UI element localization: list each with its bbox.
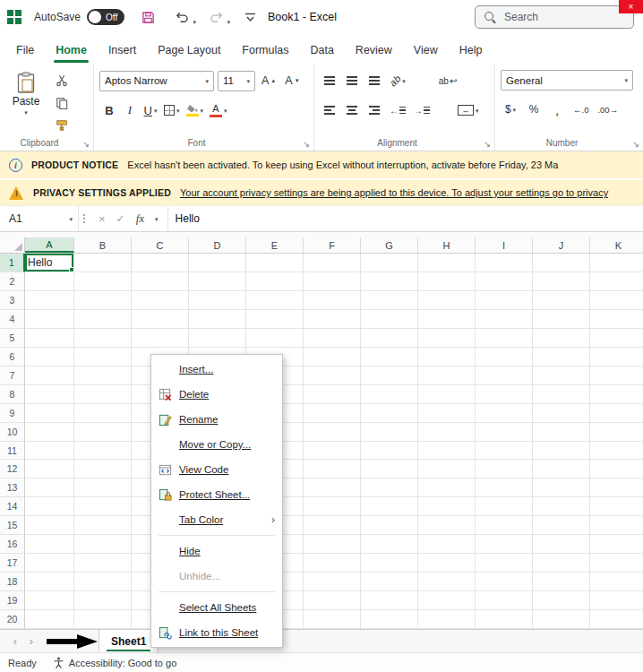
column-header-I[interactable]: I	[476, 237, 533, 253]
cell-F10[interactable]	[304, 423, 361, 442]
redo-button[interactable]: ▾	[205, 6, 227, 28]
cell-B14[interactable]	[74, 497, 132, 516]
cell-I5[interactable]	[476, 329, 533, 348]
increase-indent-button[interactable]: →	[411, 99, 433, 121]
cell-I12[interactable]	[476, 460, 533, 478]
cell-G6[interactable]	[361, 348, 418, 366]
align-left-button[interactable]	[320, 99, 339, 121]
cell-B11[interactable]	[74, 442, 132, 461]
align-right-button[interactable]	[364, 99, 384, 121]
alignment-dialog-launcher-icon[interactable]: ↘	[484, 140, 491, 149]
cell-A3[interactable]	[25, 291, 74, 310]
cell-I4[interactable]	[476, 310, 533, 329]
cell-G4[interactable]	[361, 310, 418, 329]
cell-B16[interactable]	[74, 535, 132, 554]
cell-J18[interactable]	[533, 573, 590, 591]
accounting-format-button[interactable]: $▾	[501, 99, 520, 120]
cell-J19[interactable]	[533, 591, 590, 610]
cell-H12[interactable]	[418, 460, 476, 478]
cell-I8[interactable]	[476, 385, 533, 404]
cell-A18[interactable]	[25, 573, 74, 591]
cell-J14[interactable]	[533, 497, 590, 516]
cell-G18[interactable]	[361, 573, 418, 591]
cell-D5[interactable]	[189, 329, 246, 348]
merge-center-dropdown-icon[interactable]: ▾	[476, 108, 479, 114]
cell-A12[interactable]	[25, 460, 74, 478]
cell-B6[interactable]	[74, 348, 132, 366]
fill-handle[interactable]	[69, 267, 74, 272]
menu-tab-file[interactable]: File	[5, 38, 45, 65]
cell-K1[interactable]	[590, 254, 643, 272]
cell-A9[interactable]	[25, 404, 74, 423]
cell-H13[interactable]	[418, 478, 476, 497]
cell-I9[interactable]	[476, 404, 533, 423]
sheet-nav-left-icon[interactable]: ‹	[7, 630, 23, 652]
cell-J16[interactable]	[533, 535, 590, 554]
cell-K20[interactable]	[590, 610, 643, 629]
row-header-4[interactable]: 4	[0, 310, 25, 329]
cell-H8[interactable]	[418, 385, 476, 404]
cell-G1[interactable]	[361, 254, 418, 272]
menu-tab-help[interactable]: Help	[449, 38, 493, 65]
cancel-icon[interactable]: ×	[99, 212, 106, 226]
row-header-19[interactable]: 19	[0, 591, 25, 610]
insert-function-icon[interactable]: fx	[136, 211, 144, 226]
cell-A6[interactable]	[25, 348, 74, 366]
select-all-corner[interactable]	[0, 237, 25, 253]
cell-G7[interactable]	[361, 366, 418, 385]
cell-A20[interactable]	[25, 610, 74, 629]
cell-K18[interactable]	[590, 573, 643, 591]
cell-K19[interactable]	[590, 591, 643, 610]
row-header-8[interactable]: 8	[0, 385, 25, 404]
borders-button[interactable]: ▾	[161, 99, 183, 121]
cell-D1[interactable]	[189, 254, 246, 272]
cell-A5[interactable]	[25, 329, 74, 348]
row-header-5[interactable]: 5	[0, 329, 25, 348]
column-header-J[interactable]: J	[533, 237, 590, 253]
cell-K16[interactable]	[590, 535, 643, 554]
cell-I13[interactable]	[476, 478, 533, 497]
row-header-11[interactable]: 11	[0, 442, 25, 461]
cell-D3[interactable]	[189, 291, 246, 310]
cell-F2[interactable]	[304, 272, 361, 291]
cell-D4[interactable]	[189, 310, 246, 329]
cell-H1[interactable]	[418, 254, 476, 272]
merge-center-button[interactable]: ↔▾	[455, 99, 482, 121]
cell-F11[interactable]	[304, 442, 361, 461]
cell-B8[interactable]	[74, 385, 132, 404]
formula-bar-expand-icon[interactable]: ▾	[155, 216, 159, 222]
cell-C1[interactable]	[132, 254, 189, 272]
number-format-combo[interactable]: General▾	[501, 70, 633, 90]
formula-bar-resize-handle[interactable]	[79, 206, 90, 231]
comma-style-button[interactable]: ,	[547, 99, 567, 120]
number-format-dropdown-icon[interactable]: ▾	[621, 77, 628, 83]
name-box[interactable]: A1▾	[0, 206, 79, 231]
cell-A8[interactable]	[25, 385, 74, 404]
save-button[interactable]	[137, 6, 159, 28]
clipboard-dialog-launcher-icon[interactable]: ↘	[82, 140, 90, 149]
copy-button[interactable]	[56, 97, 68, 112]
cell-J15[interactable]	[533, 516, 590, 535]
cell-H20[interactable]	[418, 610, 476, 629]
cell-H2[interactable]	[418, 272, 476, 291]
context-menu-item-view-code[interactable]: View Code	[151, 457, 282, 482]
cell-B7[interactable]	[74, 366, 132, 385]
font-name-combo[interactable]: Aptos Narrow▾	[99, 71, 214, 91]
cell-I6[interactable]	[476, 348, 533, 366]
cell-G16[interactable]	[361, 535, 418, 554]
cell-J5[interactable]	[533, 329, 590, 348]
cell-F7[interactable]	[304, 366, 361, 385]
row-header-20[interactable]: 20	[0, 610, 25, 629]
menu-tab-home[interactable]: Home	[45, 38, 98, 65]
cell-K11[interactable]	[590, 442, 643, 461]
undo-dropdown-icon[interactable]: ▾	[193, 19, 197, 25]
search-input[interactable]	[504, 11, 612, 23]
cell-K12[interactable]	[590, 460, 643, 478]
cell-G17[interactable]	[361, 554, 418, 573]
customize-quick-access-button[interactable]	[239, 6, 261, 28]
context-menu-item-link-to-this-sheet[interactable]: Link to this Sheet	[151, 620, 282, 645]
wrap-text-button[interactable]: ab↩	[436, 70, 460, 91]
cell-F17[interactable]	[304, 554, 361, 573]
decrease-indent-button[interactable]: ←	[387, 99, 408, 121]
cell-F18[interactable]	[304, 573, 361, 591]
